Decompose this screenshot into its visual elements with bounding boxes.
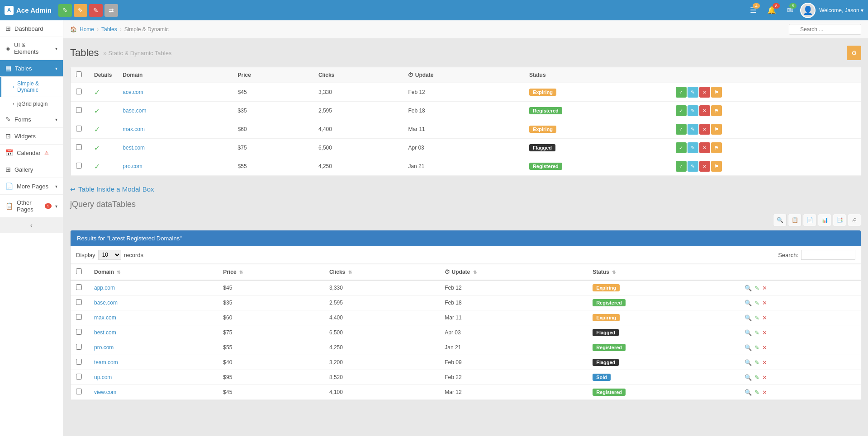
action-delete-btn[interactable]: ✕ xyxy=(699,142,710,153)
welcome-text[interactable]: Welcome, Jason ▾ xyxy=(819,7,863,14)
row-select-checkbox[interactable] xyxy=(76,89,82,94)
action-flag-btn[interactable]: ⚑ xyxy=(711,87,722,98)
row-select-checkbox[interactable] xyxy=(76,144,82,150)
row-select-checkbox[interactable] xyxy=(76,126,82,131)
jaction-delete-icon[interactable]: ✕ xyxy=(762,359,767,366)
jrow-select-checkbox[interactable] xyxy=(76,389,82,394)
jt-select-all-checkbox[interactable] xyxy=(76,268,82,274)
jdomain-link[interactable]: best.com xyxy=(94,329,116,336)
jaction-delete-icon[interactable]: ✕ xyxy=(762,374,767,381)
datatable-search-input[interactable] xyxy=(801,250,855,260)
jaction-edit-icon[interactable]: ✎ xyxy=(754,359,759,366)
jaction-search-icon[interactable]: 🔍 xyxy=(745,329,752,336)
jrow-select-checkbox[interactable] xyxy=(76,344,82,350)
domain-link[interactable]: base.com xyxy=(123,108,146,114)
dt-search-btn[interactable]: 🔍 xyxy=(773,214,787,226)
action-check-btn[interactable]: ✓ xyxy=(676,105,687,116)
jrow-select-checkbox[interactable] xyxy=(76,284,82,290)
jaction-delete-icon[interactable]: ✕ xyxy=(762,389,767,396)
action-edit-btn[interactable]: ✎ xyxy=(688,105,698,116)
action-delete-btn[interactable]: ✕ xyxy=(699,87,710,98)
action-flag-btn[interactable]: ⚑ xyxy=(711,161,722,172)
sidebar-item-gallery[interactable]: ⊞ Gallery xyxy=(0,161,63,178)
action-check-btn[interactable]: ✓ xyxy=(676,87,687,98)
sidebar-item-forms[interactable]: ✎ Forms ▾ xyxy=(0,111,63,128)
action-delete-btn[interactable]: ✕ xyxy=(699,161,710,172)
jdomain-link[interactable]: pro.com xyxy=(94,344,114,351)
jaction-search-icon[interactable]: 🔍 xyxy=(745,285,752,291)
jaction-edit-icon[interactable]: ✎ xyxy=(754,300,759,306)
jaction-edit-icon[interactable]: ✎ xyxy=(754,344,759,351)
jdomain-link[interactable]: view.com xyxy=(94,389,116,395)
nav-notifications-btn[interactable]: 🔔 8 xyxy=(764,4,780,16)
jrow-select-checkbox[interactable] xyxy=(76,359,82,365)
jaction-edit-icon[interactable]: ✎ xyxy=(754,329,759,336)
jaction-search-icon[interactable]: 🔍 xyxy=(745,300,752,306)
nav-menu-btn[interactable]: ☰ 4 xyxy=(746,4,760,16)
sidebar-item-ui-elements[interactable]: ◈ UI & Elements ▾ xyxy=(0,37,63,60)
jth-price[interactable]: Price ⇅ xyxy=(218,264,324,281)
dt-xls-btn[interactable]: 📊 xyxy=(818,214,831,226)
action-edit-btn[interactable]: ✎ xyxy=(688,87,698,98)
row-select-checkbox[interactable] xyxy=(76,163,82,169)
jth-clicks[interactable]: Clicks ⇅ xyxy=(324,264,439,281)
jdomain-link[interactable]: team.com xyxy=(94,359,118,366)
jdomain-link[interactable]: up.com xyxy=(94,374,112,380)
dt-copy-btn[interactable]: 📋 xyxy=(788,214,802,226)
quick-btn-edit[interactable]: ✎ xyxy=(58,4,72,17)
jrow-select-checkbox[interactable] xyxy=(76,314,82,320)
quick-btn-share[interactable]: ⇄ xyxy=(104,4,118,17)
sidebar-item-dashboard[interactable]: ⊞ Dashboard xyxy=(0,20,63,37)
jth-status[interactable]: Status ⇅ xyxy=(587,264,739,281)
sidebar-item-tables[interactable]: ▤ Tables ▾ xyxy=(0,60,63,77)
action-delete-btn[interactable]: ✕ xyxy=(699,105,710,116)
jaction-search-icon[interactable]: 🔍 xyxy=(745,344,752,351)
jaction-delete-icon[interactable]: ✕ xyxy=(762,329,767,336)
action-check-btn[interactable]: ✓ xyxy=(676,161,687,172)
jaction-search-icon[interactable]: 🔍 xyxy=(745,374,752,381)
breadcrumb-home[interactable]: Home xyxy=(80,26,94,33)
dt-print-btn[interactable]: 🖨 xyxy=(848,214,861,226)
jth-update[interactable]: ⏱ Update ⇅ xyxy=(439,264,587,281)
dt-csv-btn[interactable]: 📄 xyxy=(803,214,816,226)
jdomain-link[interactable]: base.com xyxy=(94,300,118,306)
jaction-edit-icon[interactable]: ✎ xyxy=(754,374,759,381)
jaction-search-icon[interactable]: 🔍 xyxy=(745,314,752,321)
action-edit-btn[interactable]: ✎ xyxy=(688,161,698,172)
quick-btn-edit2[interactable]: ✎ xyxy=(74,4,87,17)
domain-link[interactable]: ace.com xyxy=(123,89,143,95)
action-check-btn[interactable]: ✓ xyxy=(676,142,687,153)
action-flag-btn[interactable]: ⚑ xyxy=(711,105,722,116)
domain-link[interactable]: best.com xyxy=(123,145,145,151)
action-edit-btn[interactable]: ✎ xyxy=(688,142,698,153)
action-check-btn[interactable]: ✓ xyxy=(676,124,687,135)
sidebar-subitem-jqgrid[interactable]: › jqGrid plugin xyxy=(0,97,63,111)
jaction-delete-icon[interactable]: ✕ xyxy=(762,285,767,291)
sidebar-item-other-pages[interactable]: 📋 Other Pages 5 ▾ xyxy=(0,195,63,218)
display-select[interactable]: 10 25 50 100 xyxy=(98,250,121,260)
action-edit-btn[interactable]: ✎ xyxy=(688,124,698,135)
sidebar-toggle-btn[interactable]: ‹ xyxy=(0,218,63,233)
gear-button[interactable]: ⚙ xyxy=(847,46,861,60)
search-input[interactable] xyxy=(789,24,861,35)
jdomain-link[interactable]: app.com xyxy=(94,285,115,291)
select-all-checkbox[interactable] xyxy=(76,71,82,77)
modal-title-text[interactable]: Table Inside a Modal Box xyxy=(78,185,154,193)
sidebar-subitem-simple-dynamic[interactable]: › Simple & Dynamic xyxy=(0,77,63,97)
jth-domain[interactable]: Domain ⇅ xyxy=(89,264,218,281)
sidebar-item-calendar[interactable]: 📅 Calendar ⚠ xyxy=(0,145,63,161)
quick-btn-delete[interactable]: ✎ xyxy=(89,4,103,17)
jaction-delete-icon[interactable]: ✕ xyxy=(762,344,767,351)
jaction-delete-icon[interactable]: ✕ xyxy=(762,300,767,306)
sidebar-item-widgets[interactable]: ⊡ Widgets xyxy=(0,128,63,145)
jrow-select-checkbox[interactable] xyxy=(76,329,82,335)
action-delete-btn[interactable]: ✕ xyxy=(699,124,710,135)
jrow-select-checkbox[interactable] xyxy=(76,299,82,305)
sidebar-item-more-pages[interactable]: 📄 More Pages ▾ xyxy=(0,178,63,195)
jaction-search-icon[interactable]: 🔍 xyxy=(745,389,752,396)
nav-messages-btn[interactable]: ✉ 5 xyxy=(783,4,797,16)
jaction-edit-icon[interactable]: ✎ xyxy=(754,314,759,321)
breadcrumb-tables[interactable]: Tables xyxy=(101,26,117,33)
jaction-delete-icon[interactable]: ✕ xyxy=(762,314,767,321)
dt-pdf-btn[interactable]: 📑 xyxy=(833,214,846,226)
